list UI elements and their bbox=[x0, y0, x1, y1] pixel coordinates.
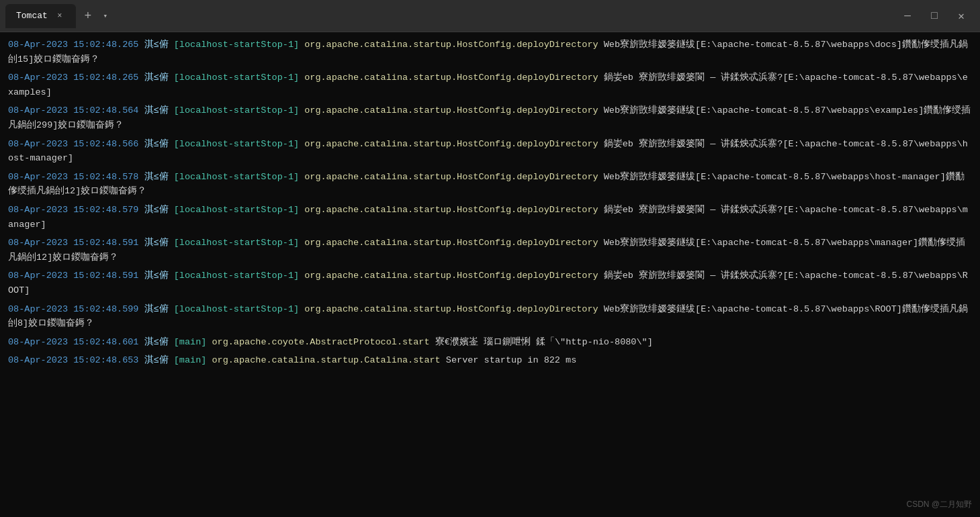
log-line: 08-Apr-2023 15:02:48.566 淇≤俯 [localhost-… bbox=[8, 137, 972, 166]
new-tab-button[interactable]: + bbox=[79, 7, 97, 26]
title-bar: Tomcat × + ▾ — □ ✕ bbox=[0, 0, 980, 32]
log-line: 08-Apr-2023 15:02:48.591 淇≤俯 [localhost-… bbox=[8, 236, 972, 265]
main-window: Tomcat × + ▾ — □ ✕ 08-Apr-2023 15:02:48.… bbox=[0, 0, 980, 517]
log-line: 08-Apr-2023 15:02:48.599 淇≤俯 [localhost-… bbox=[8, 302, 972, 331]
window-controls: — □ ✕ bbox=[899, 8, 975, 24]
log-line: 08-Apr-2023 15:02:48.564 淇≤俯 [localhost-… bbox=[8, 103, 972, 132]
log-line: 08-Apr-2023 15:02:48.265 淇≤俯 [localhost-… bbox=[8, 70, 972, 99]
minimize-button[interactable]: — bbox=[899, 8, 916, 24]
log-content: 08-Apr-2023 15:02:48.265 淇≤俯 [localhost-… bbox=[0, 32, 980, 517]
maximize-button[interactable]: □ bbox=[926, 8, 942, 24]
tab-area: Tomcat × + ▾ bbox=[5, 4, 899, 28]
tab-label: Tomcat bbox=[16, 11, 48, 21]
log-line: 08-Apr-2023 15:02:48.601 淇≤俯 [main] org.… bbox=[8, 335, 972, 350]
log-line: 08-Apr-2023 15:02:48.578 淇≤俯 [localhost-… bbox=[8, 170, 972, 199]
close-button[interactable]: ✕ bbox=[953, 8, 969, 24]
tab-close-button[interactable]: × bbox=[54, 11, 65, 21]
log-line: 08-Apr-2023 15:02:48.653 淇≤俯 [main] org.… bbox=[8, 353, 972, 368]
log-line: 08-Apr-2023 15:02:48.591 淇≤俯 [localhost-… bbox=[8, 269, 972, 297]
log-line: 08-Apr-2023 15:02:48.265 淇≤俯 [localhost-… bbox=[8, 38, 972, 66]
log-line: 08-Apr-2023 15:02:48.579 淇≤俯 [localhost-… bbox=[8, 203, 972, 232]
tab-dropdown-button[interactable]: ▾ bbox=[97, 8, 114, 24]
watermark: CSDN @二月知野 bbox=[906, 499, 972, 510]
tomcat-tab[interactable]: Tomcat × bbox=[5, 4, 76, 28]
